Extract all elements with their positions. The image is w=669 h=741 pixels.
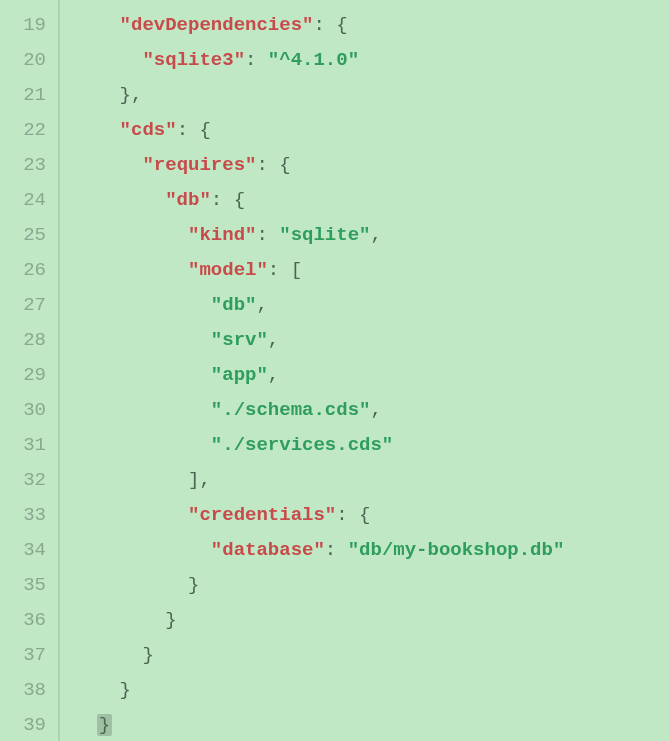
json-punct: : { <box>177 119 211 141</box>
json-string: "./schema.cds" <box>211 399 371 421</box>
indent <box>74 609 165 631</box>
json-key: "model" <box>188 259 268 281</box>
line-number: 25 <box>8 218 46 253</box>
json-key: "devDependencies" <box>120 14 314 36</box>
json-key: "db" <box>165 189 211 211</box>
code-line: }, <box>74 78 669 113</box>
indent <box>74 644 142 666</box>
json-punct: , <box>370 224 381 246</box>
json-key: "requires" <box>142 154 256 176</box>
json-punct: ], <box>188 469 211 491</box>
line-number: 38 <box>8 673 46 708</box>
json-punct: , <box>268 364 279 386</box>
json-punct: } <box>165 609 176 631</box>
indent <box>74 224 188 246</box>
json-string: "db/my-bookshop.db" <box>348 539 565 561</box>
code-area[interactable]: "devDependencies": { "sqlite3": "^4.1.0"… <box>60 0 669 741</box>
line-number: 32 <box>8 463 46 498</box>
json-punct: : { <box>211 189 245 211</box>
line-number-gutter: 19 20 21 22 23 24 25 26 27 28 29 30 31 3… <box>0 0 60 741</box>
json-key: "credentials" <box>188 504 336 526</box>
code-line: } <box>74 673 669 708</box>
json-string: "db" <box>211 294 257 316</box>
line-number: 28 <box>8 323 46 358</box>
code-line: "model": [ <box>74 253 669 288</box>
line-number: 37 <box>8 638 46 673</box>
json-punct: : <box>256 224 279 246</box>
code-line: "db", <box>74 288 669 323</box>
json-punct: } <box>142 644 153 666</box>
json-punct: } <box>188 574 199 596</box>
json-punct: } <box>97 714 112 736</box>
line-number: 24 <box>8 183 46 218</box>
line-number: 20 <box>8 43 46 78</box>
code-line: "database": "db/my-bookshop.db" <box>74 533 669 568</box>
code-line: "requires": { <box>74 148 669 183</box>
code-line: } <box>74 603 669 638</box>
code-line: "./schema.cds", <box>74 393 669 428</box>
json-punct: : [ <box>268 259 302 281</box>
indent <box>74 294 211 316</box>
line-number: 23 <box>8 148 46 183</box>
code-line: "devDependencies": { <box>74 8 669 43</box>
indent <box>74 329 211 351</box>
json-punct: , <box>268 329 279 351</box>
code-line: "srv", <box>74 323 669 358</box>
indent <box>74 399 211 421</box>
indent <box>74 539 211 561</box>
indent <box>74 49 142 71</box>
indent <box>74 84 120 106</box>
line-number: 29 <box>8 358 46 393</box>
indent <box>74 504 188 526</box>
code-line: "app", <box>74 358 669 393</box>
indent <box>74 14 120 36</box>
line-number: 21 <box>8 78 46 113</box>
code-line: ], <box>74 463 669 498</box>
json-string: "srv" <box>211 329 268 351</box>
json-punct: : { <box>313 14 347 36</box>
indent <box>74 259 188 281</box>
indent <box>74 154 142 176</box>
code-line: "db": { <box>74 183 669 218</box>
code-line: "sqlite3": "^4.1.0" <box>74 43 669 78</box>
json-punct: : <box>245 49 268 71</box>
indent <box>74 679 120 701</box>
json-key: "cds" <box>120 119 177 141</box>
line-number: 33 <box>8 498 46 533</box>
line-number: 26 <box>8 253 46 288</box>
line-number: 39 <box>8 708 46 741</box>
code-editor: 19 20 21 22 23 24 25 26 27 28 29 30 31 3… <box>0 0 669 741</box>
indent <box>74 364 211 386</box>
line-number: 34 <box>8 533 46 568</box>
indent <box>74 574 188 596</box>
code-line: "cds": { <box>74 113 669 148</box>
code-line: } <box>74 568 669 603</box>
json-punct: , <box>370 399 381 421</box>
code-line: "./services.cds" <box>74 428 669 463</box>
json-punct: } <box>120 679 131 701</box>
line-number: 30 <box>8 393 46 428</box>
line-number: 19 <box>8 8 46 43</box>
json-string: "sqlite" <box>279 224 370 246</box>
indent <box>74 714 97 736</box>
line-number: 27 <box>8 288 46 323</box>
json-key: "kind" <box>188 224 256 246</box>
line-number: 35 <box>8 568 46 603</box>
code-line: } <box>74 638 669 673</box>
json-key: "sqlite3" <box>142 49 245 71</box>
code-line: "kind": "sqlite", <box>74 218 669 253</box>
json-punct: : <box>325 539 348 561</box>
code-line: "credentials": { <box>74 498 669 533</box>
indent <box>74 434 211 456</box>
line-number: 22 <box>8 113 46 148</box>
indent <box>74 119 120 141</box>
json-punct: }, <box>120 84 143 106</box>
indent <box>74 469 188 491</box>
indent <box>74 189 165 211</box>
json-key: "database" <box>211 539 325 561</box>
json-punct: : { <box>336 504 370 526</box>
line-number: 36 <box>8 603 46 638</box>
json-punct: : { <box>256 154 290 176</box>
json-string: "app" <box>211 364 268 386</box>
json-string: "^4.1.0" <box>268 49 359 71</box>
